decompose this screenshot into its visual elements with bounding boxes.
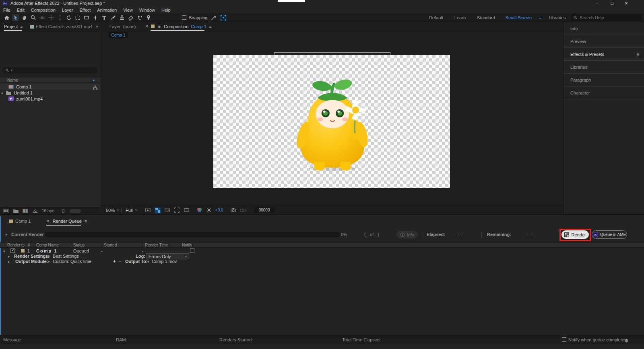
project-item-comp1[interactable]: Comp 1 [0,84,100,90]
help-search-box[interactable] [571,14,642,21]
flowchart-icon[interactable] [91,84,99,91]
menu-effect[interactable]: Effect [76,7,94,13]
output-module-value[interactable]: Custom: QuickTime [53,259,91,264]
home-icon[interactable] [3,14,10,21]
render-button[interactable]: Render [561,230,589,239]
output-to-value[interactable]: Comp 1.mov [152,259,177,264]
menu-file[interactable]: File [0,7,14,13]
tab-composition[interactable]: ✕ Composition Comp 1 ≡ [145,24,211,29]
rectangle-tool-icon[interactable] [83,14,90,21]
menu-window[interactable]: Window [136,7,158,13]
sidebar-item-preview[interactable]: Preview [564,35,644,48]
sidebar-item-character[interactable]: Character [564,86,644,99]
project-item-untitled1[interactable]: ▸ Untitled 1 [0,90,100,96]
pixel-aspect-correction-icon[interactable] [183,207,190,214]
render-item-checkbox[interactable] [10,248,15,253]
puppet-pin-tool-icon[interactable] [145,14,152,21]
new-composition-icon[interactable] [23,209,28,214]
project-item-zumi001[interactable]: zumi001.mp4 [0,96,100,102]
column-render[interactable]: Render [7,243,21,247]
panel-overflow-chevron[interactable]: » [96,24,98,29]
project-search-box[interactable]: ▾ [2,67,97,74]
project-panel-menu-icon[interactable]: ≡ [20,24,23,29]
sidebar-item-paragraph[interactable]: Paragraph [564,74,644,86]
remove-output-module-button[interactable]: − [118,259,121,264]
clone-stamp-tool-icon[interactable] [118,14,126,21]
snap-angle-icon[interactable] [210,14,217,21]
sidebar-item-effects-presets[interactable]: Effects & Presets ≡ [564,48,644,61]
menu-edit[interactable]: Edit [14,7,28,13]
dropdown-chevron-icon[interactable]: ▾ [48,260,50,264]
pen-tool-icon[interactable] [92,14,99,21]
label-column-tag-icon[interactable] [20,243,25,248]
render-queue-item-row[interactable]: ▾ 1 Comp 1 Queued - - [0,248,644,254]
snapping-checkbox[interactable] [182,15,186,20]
comp-breadcrumb[interactable]: Comp 1 [109,32,128,38]
minimize-button[interactable]: – [591,0,603,6]
zoom-tool-icon[interactable] [30,14,37,21]
column-status[interactable]: Status [73,243,85,247]
maximize-button[interactable]: □ [606,0,618,6]
bell-icon[interactable] [623,337,630,344]
menu-animation[interactable]: Animation [94,7,120,13]
item-notify-checkbox[interactable] [190,248,194,253]
dropdown-chevron-icon[interactable]: ▾ [147,260,149,264]
queue-in-ame-button[interactable]: Me Queue in AME [592,230,627,239]
tab-project[interactable]: Project [4,24,18,29]
snap-crosshair-icon[interactable] [220,14,227,21]
adjustment-icon[interactable] [32,209,38,214]
lock-icon[interactable] [157,24,161,29]
always-preview-icon[interactable] [144,207,152,214]
add-output-module-button[interactable]: + [113,259,116,264]
log-dropdown[interactable]: Errors Only ▾ [146,253,189,259]
trash-icon[interactable] [60,208,66,214]
expand-chevron-icon[interactable]: ▾ [3,249,5,253]
sort-ascending-icon[interactable]: ▴ [93,78,95,83]
name-column-header[interactable]: Name [0,78,18,82]
menu-composition[interactable]: Composition [28,7,59,13]
type-tool-icon[interactable] [101,14,108,21]
pan-behind-tool-icon[interactable] [74,14,81,21]
region-of-interest-icon[interactable] [173,207,181,214]
menu-view[interactable]: View [120,7,136,13]
exposure-icon[interactable] [206,207,213,214]
roto-brush-tool-icon[interactable] [136,14,143,21]
eraser-tool-icon[interactable] [127,14,134,21]
workspace-default[interactable]: Default [423,15,449,20]
workspace-menu-icon[interactable]: ≡ [537,15,544,20]
exposure-value[interactable]: +0.0 [215,208,223,212]
close-button[interactable]: ✕ [620,0,632,6]
panel-menu-icon[interactable]: ≡ [637,48,639,61]
channels-icon[interactable] [196,207,203,214]
workspace-standard[interactable]: Standard [471,15,501,20]
search-dropdown-arrow[interactable]: ▾ [11,68,13,72]
new-folder-icon[interactable] [13,209,19,214]
project-scrollbar-thumb[interactable] [70,209,81,213]
column-started[interactable]: Started [104,243,117,247]
expand-chevron-icon[interactable]: ▸ [2,91,4,95]
sidebar-item-libraries[interactable]: Libraries [564,61,644,74]
column-notify[interactable]: Notify [182,243,192,247]
tab-render-queue[interactable]: ✕ Render Queue ≡ [46,217,87,226]
search-input[interactable] [580,15,638,20]
magnification-value[interactable]: 50% [106,208,115,213]
expand-chevron-icon[interactable]: ▸ [8,260,10,264]
rotation-tool-icon[interactable] [65,14,72,21]
render-settings-value[interactable]: Best Settings [53,254,79,259]
magnification-dropdown-icon[interactable]: ▾ [117,208,119,212]
resolution-value[interactable]: Full [126,208,133,213]
show-snapshot-icon[interactable] [239,207,247,214]
column-render-time[interactable]: Render Time [145,243,168,247]
info-button[interactable]: Info [396,231,418,238]
hand-tool-icon[interactable] [21,14,28,21]
dropdown-chevron-icon[interactable]: ▾ [48,255,50,259]
workspace-learn[interactable]: Learn [449,15,471,20]
tab-layer[interactable]: Layer (none) [109,24,136,29]
project-bit-depth[interactable]: 16 bpc [42,209,54,213]
panel-menu-icon[interactable]: ≡ [85,219,87,224]
column-number[interactable]: # [28,243,30,247]
brush-tool-icon[interactable] [109,14,117,21]
timecode-field[interactable]: 00000 [254,207,275,213]
item-label-swatch[interactable] [21,249,25,253]
sidebar-item-info[interactable]: Info [564,22,644,35]
